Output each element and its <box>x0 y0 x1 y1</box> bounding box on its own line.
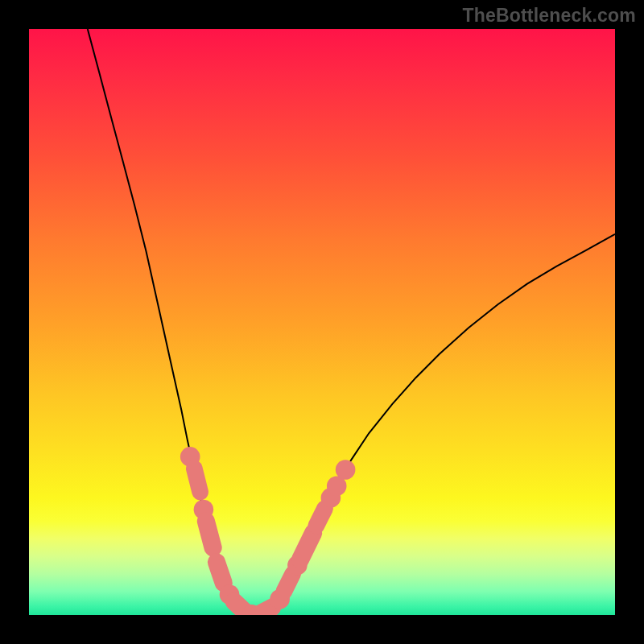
marker-dot <box>336 460 356 480</box>
curve-path <box>88 29 615 615</box>
bottleneck-curve <box>29 29 615 615</box>
marker-pill <box>206 522 213 548</box>
chart-plot-area <box>29 29 615 615</box>
data-markers <box>180 447 356 615</box>
marker-pill <box>300 533 313 559</box>
marker-pill <box>217 563 224 584</box>
marker-pill <box>194 469 200 492</box>
marker-pill <box>284 574 293 592</box>
marker-pill <box>258 608 272 616</box>
marker-pill <box>316 509 325 526</box>
watermark-text: TheBottleneck.com <box>462 5 636 27</box>
